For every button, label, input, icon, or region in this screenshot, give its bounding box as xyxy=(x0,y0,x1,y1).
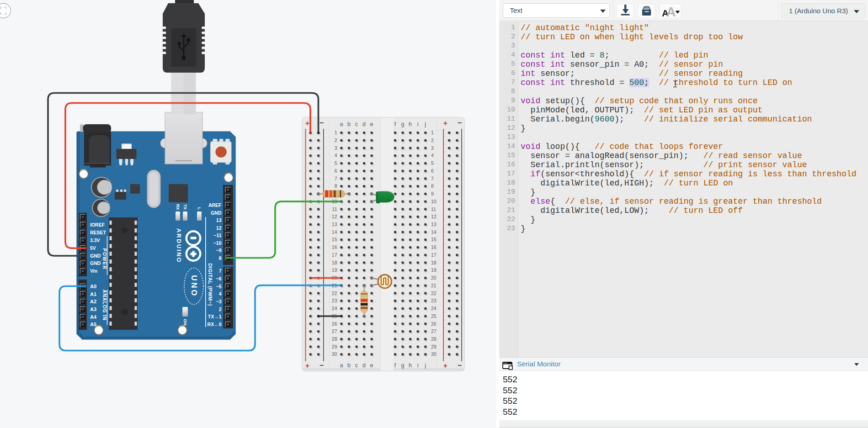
svg-text:4: 4 xyxy=(431,153,434,158)
svg-text:IOREF: IOREF xyxy=(90,222,105,227)
svg-text:RX: RX xyxy=(176,204,181,210)
svg-text:17: 17 xyxy=(332,252,337,258)
svg-text:12: 12 xyxy=(332,214,337,219)
svg-text:23: 23 xyxy=(431,298,437,303)
svg-text:f: f xyxy=(394,121,396,127)
svg-text:ANALOG IN: ANALOG IN xyxy=(102,290,107,321)
svg-text:13: 13 xyxy=(431,222,437,227)
svg-text:10: 10 xyxy=(431,199,437,204)
svg-text:j: j xyxy=(424,121,426,127)
svg-text:+: + xyxy=(443,362,447,370)
svg-text:AREF: AREF xyxy=(208,202,222,208)
svg-text:~10: ~10 xyxy=(213,240,222,246)
svg-text:24: 24 xyxy=(332,306,337,311)
svg-text:−: − xyxy=(458,119,462,127)
svg-text:+: + xyxy=(305,362,309,370)
svg-text:+: + xyxy=(305,119,309,127)
svg-text:A2: A2 xyxy=(90,299,96,304)
svg-text:A4: A4 xyxy=(90,314,97,320)
svg-text:A: A xyxy=(666,5,676,18)
svg-text:24: 24 xyxy=(431,306,437,311)
svg-text:15: 15 xyxy=(431,237,437,242)
svg-text:8: 8 xyxy=(431,183,434,189)
svg-text:b: b xyxy=(347,121,351,127)
svg-text:7: 7 xyxy=(219,268,222,274)
svg-text:12: 12 xyxy=(216,225,222,231)
svg-text:8: 8 xyxy=(219,255,222,261)
svg-text:22: 22 xyxy=(431,291,437,296)
svg-text:17: 17 xyxy=(431,252,437,258)
svg-text:14: 14 xyxy=(332,229,337,235)
svg-text:9: 9 xyxy=(431,191,434,196)
svg-text:5: 5 xyxy=(335,160,337,166)
svg-text:30: 30 xyxy=(332,351,337,357)
svg-text:16: 16 xyxy=(332,244,337,250)
svg-text:26: 26 xyxy=(431,321,437,327)
svg-text:Vin: Vin xyxy=(90,268,97,274)
svg-text:12: 12 xyxy=(431,214,437,219)
svg-text:e: e xyxy=(370,121,373,127)
svg-text:b: b xyxy=(347,362,351,369)
svg-text:8: 8 xyxy=(335,183,337,189)
svg-text:~5: ~5 xyxy=(216,284,222,289)
svg-text:TX→1: TX→1 xyxy=(208,314,222,319)
svg-text:A3: A3 xyxy=(90,306,96,312)
svg-text:3: 3 xyxy=(335,145,337,151)
svg-text:e: e xyxy=(370,362,373,369)
svg-text:POWER: POWER xyxy=(102,248,107,269)
svg-text:11: 11 xyxy=(332,206,337,212)
svg-text:GND: GND xyxy=(90,253,101,259)
svg-text:29: 29 xyxy=(332,344,337,349)
svg-text:5V: 5V xyxy=(90,245,96,251)
svg-text:ARDUINO: ARDUINO xyxy=(176,228,182,263)
svg-text:29: 29 xyxy=(431,344,437,349)
svg-text:g: g xyxy=(401,362,405,369)
svg-text:a: a xyxy=(340,121,343,127)
svg-text:27: 27 xyxy=(332,328,337,334)
svg-text:h: h xyxy=(409,121,412,127)
svg-text:5: 5 xyxy=(431,160,434,166)
svg-text:4: 4 xyxy=(219,291,222,296)
svg-text:26: 26 xyxy=(332,321,337,327)
svg-text:g: g xyxy=(401,121,405,127)
svg-text:UNO: UNO xyxy=(190,275,198,297)
svg-text:3: 3 xyxy=(431,145,434,151)
svg-text:i: i xyxy=(417,121,419,127)
svg-text:6: 6 xyxy=(431,168,434,174)
svg-text:−: − xyxy=(320,119,324,127)
svg-text:c: c xyxy=(355,362,358,369)
svg-text:6: 6 xyxy=(335,168,337,174)
svg-text:L: L xyxy=(197,207,202,210)
svg-text:7: 7 xyxy=(431,176,434,181)
svg-text:1: 1 xyxy=(431,130,434,135)
svg-text:−: − xyxy=(458,361,462,369)
svg-text:RX←0: RX←0 xyxy=(208,322,222,327)
svg-text:RESET: RESET xyxy=(90,230,107,235)
svg-text:i: i xyxy=(417,362,419,369)
svg-text:25: 25 xyxy=(431,313,437,319)
svg-text:A0: A0 xyxy=(90,284,96,289)
svg-text:13: 13 xyxy=(216,217,222,223)
svg-text:~11: ~11 xyxy=(213,232,221,238)
svg-text:14: 14 xyxy=(431,229,437,235)
svg-text:GND: GND xyxy=(211,210,222,216)
svg-text:18: 18 xyxy=(431,260,437,265)
svg-text:j: j xyxy=(424,362,426,369)
svg-text:28: 28 xyxy=(431,336,437,342)
svg-text:27: 27 xyxy=(431,328,437,334)
svg-text:2: 2 xyxy=(431,137,434,143)
svg-text:30: 30 xyxy=(431,351,437,357)
svg-text:ON: ON xyxy=(183,319,188,325)
svg-text:16: 16 xyxy=(431,244,437,250)
svg-text:11: 11 xyxy=(431,206,436,212)
svg-text:4: 4 xyxy=(335,153,337,158)
svg-text:13: 13 xyxy=(332,222,337,227)
svg-text:18: 18 xyxy=(332,260,337,265)
svg-text:+: + xyxy=(443,119,447,127)
svg-text:20: 20 xyxy=(431,275,437,280)
svg-text:1: 1 xyxy=(335,130,337,135)
svg-text:c: c xyxy=(355,121,358,127)
svg-text:f: f xyxy=(394,362,396,369)
svg-text:19: 19 xyxy=(332,267,337,273)
svg-text:23: 23 xyxy=(332,298,337,303)
